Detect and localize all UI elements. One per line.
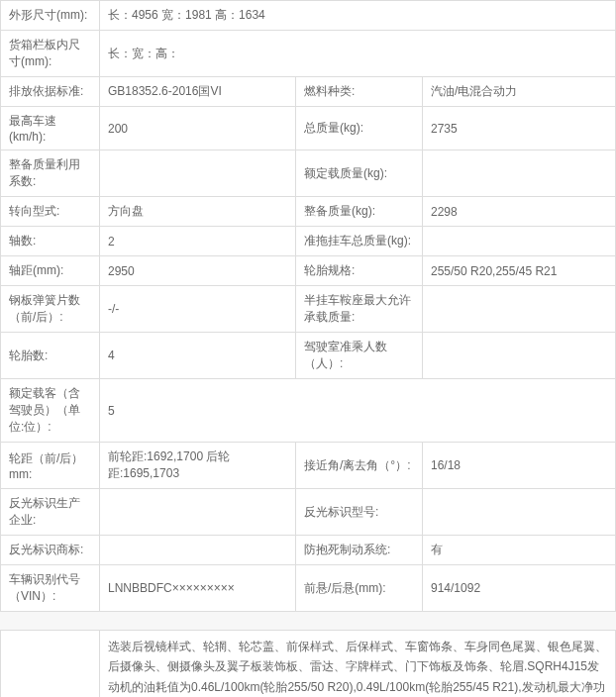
- spec-label: 轮胎数:: [1, 333, 100, 379]
- spec-label: 轴数:: [1, 227, 100, 256]
- table-row: 外形尺寸(mm):长：4956 宽：1981 高：1634: [1, 1, 616, 31]
- spec-label: 轴距(mm):: [1, 256, 100, 286]
- spec-value: 2735: [423, 107, 616, 150]
- spec-label: 额定载客（含驾驶员）（单位:位）:: [1, 379, 100, 443]
- spec-label: 反光标识型号:: [296, 489, 423, 536]
- spec-value: [423, 150, 616, 197]
- table-row: 轮胎数:4驾驶室准乘人数（人）:: [1, 333, 616, 379]
- spec-label: 反光标识生产企业:: [1, 489, 100, 536]
- spec-label: 半挂车鞍座最大允许承载质量:: [296, 286, 423, 333]
- table-row: 货箱栏板内尺寸(mm):长：宽：高：: [1, 31, 616, 77]
- spec-value: 2: [100, 227, 296, 256]
- spec-value: [100, 536, 296, 565]
- spec-value: 汽油/电混合动力: [423, 77, 616, 107]
- spec-label: 整备质量利用系数:: [1, 150, 100, 197]
- spec-value: 有: [423, 536, 616, 565]
- spec-value: 914/1092: [423, 565, 616, 612]
- notes-other-label: 其它:: [1, 631, 100, 698]
- spec-label: 前悬/后悬(mm):: [296, 565, 423, 612]
- table-row: 钢板弹簧片数（前/后）:-/-半挂车鞍座最大允许承载质量:: [1, 286, 616, 333]
- spec-value: [100, 489, 296, 536]
- spec-label: 驾驶室准乘人数（人）:: [296, 333, 423, 379]
- notes-table: 其它:选装后视镜样式、轮辋、轮芯盖、前保样式、后保样式、车窗饰条、车身同色尾翼、…: [0, 630, 616, 697]
- spec-value: 长：4956 宽：1981 高：1634: [100, 1, 616, 31]
- spec-value: -/-: [100, 286, 296, 333]
- spec-label: 货箱栏板内尺寸(mm):: [1, 31, 100, 77]
- spec-label: 排放依据标准:: [1, 77, 100, 107]
- table-row: 最高车速(km/h):200总质量(kg):2735: [1, 107, 616, 150]
- spec-label: 接近角/离去角（°）:: [296, 443, 423, 489]
- spec-table: 外形尺寸(mm):长：4956 宽：1981 高：1634 货箱栏板内尺寸(mm…: [0, 0, 616, 612]
- spec-value: 2950: [100, 256, 296, 286]
- spec-value: 2298: [423, 197, 616, 227]
- spec-value: 前轮距:1692,1700 后轮距:1695,1703: [100, 443, 296, 489]
- spec-value: 5: [100, 379, 616, 443]
- section-gap: [0, 612, 616, 630]
- table-row: 轮距（前/后）mm:前轮距:1692,1700 后轮距:1695,1703接近角…: [1, 443, 616, 489]
- spec-label: 整备质量(kg):: [296, 197, 423, 227]
- spec-label: 燃料种类:: [296, 77, 423, 107]
- spec-label: 最高车速(km/h):: [1, 107, 100, 150]
- spec-value: 方向盘: [100, 197, 296, 227]
- spec-value: [423, 333, 616, 379]
- table-row: 整备质量利用系数:额定载质量(kg):: [1, 150, 616, 197]
- spec-label: 轮胎规格:: [296, 256, 423, 286]
- table-row: 额定载客（含驾驶员）（单位:位）:5: [1, 379, 616, 443]
- spec-value: 200: [100, 107, 296, 150]
- spec-label: 车辆识别代号（VIN）:: [1, 565, 100, 612]
- spec-value: GB18352.6-2016国VI: [100, 77, 296, 107]
- spec-value: 255/50 R20,255/45 R21: [423, 256, 616, 286]
- spec-label: 轮距（前/后）mm:: [1, 443, 100, 489]
- spec-value: 4: [100, 333, 296, 379]
- spec-value: [100, 150, 296, 197]
- spec-label: 准拖挂车总质量(kg):: [296, 227, 423, 256]
- spec-label: 钢板弹簧片数（前/后）:: [1, 286, 100, 333]
- spec-value: 长：宽：高：: [100, 31, 616, 77]
- table-row: 轴距(mm):2950轮胎规格:255/50 R20,255/45 R21: [1, 256, 616, 286]
- table-row: 排放依据标准:GB18352.6-2016国VI燃料种类:汽油/电混合动力: [1, 77, 616, 107]
- spec-label: 外形尺寸(mm):: [1, 1, 100, 31]
- spec-value: [423, 286, 616, 333]
- spec-value: [423, 489, 616, 536]
- spec-label: 总质量(kg):: [296, 107, 423, 150]
- spec-label: 反光标识商标:: [1, 536, 100, 565]
- spec-value: LNNBBDFC×××××××××: [100, 565, 296, 612]
- spec-label: 额定载质量(kg):: [296, 150, 423, 197]
- table-row: 轴数:2准拖挂车总质量(kg):: [1, 227, 616, 256]
- table-row: 转向型式:方向盘整备质量(kg):2298: [1, 197, 616, 227]
- table-row: 其它:选装后视镜样式、轮辋、轮芯盖、前保样式、后保样式、车窗饰条、车身同色尾翼、…: [1, 631, 616, 698]
- table-row: 反光标识商标:防抱死制动系统:有: [1, 536, 616, 565]
- table-row: 反光标识生产企业:反光标识型号:: [1, 489, 616, 536]
- spec-label: 转向型式:: [1, 197, 100, 227]
- spec-label: 防抱死制动系统:: [296, 536, 423, 565]
- table-row: 车辆识别代号（VIN）:LNNBBDFC×××××××××前悬/后悬(mm):9…: [1, 565, 616, 612]
- notes-other-value: 选装后视镜样式、轮辋、轮芯盖、前保样式、后保样式、车窗饰条、车身同色尾翼、银色尾…: [100, 631, 616, 698]
- spec-value: [423, 227, 616, 256]
- spec-value: 16/18: [423, 443, 616, 489]
